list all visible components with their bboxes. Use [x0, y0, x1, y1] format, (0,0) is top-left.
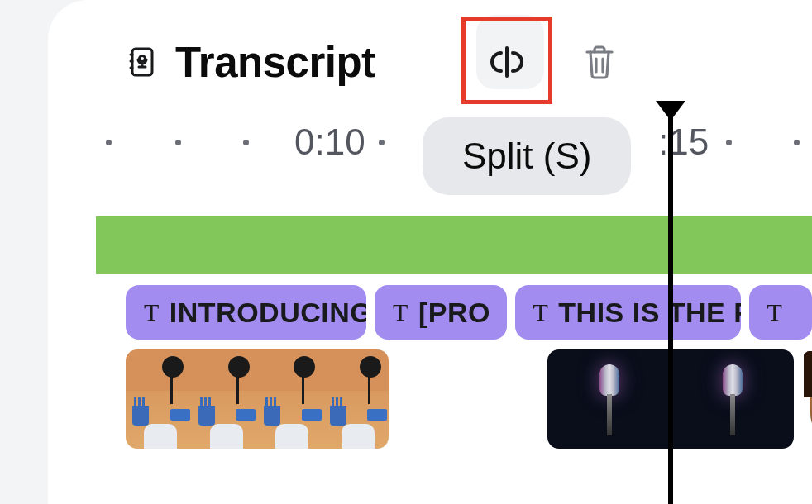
text-clip[interactable]: T [PRO [375, 285, 506, 340]
text-clip-label: [PRO [418, 297, 490, 329]
text-clip-label: INTRODUCING [170, 297, 366, 329]
ruler-label: :15 [658, 121, 709, 163]
text-type-icon: T [767, 298, 783, 326]
audio-track[interactable] [96, 216, 812, 274]
ruler-tick [726, 140, 732, 145]
delete-button[interactable] [582, 44, 617, 80]
clip-thumbnail [192, 349, 258, 449]
text-type-icon: T [393, 298, 408, 326]
trash-icon [582, 44, 617, 80]
video-clip[interactable] [126, 349, 389, 449]
text-type-icon: T [533, 298, 549, 326]
video-clip[interactable] [397, 349, 539, 449]
video-track [96, 349, 812, 449]
clip-thumbnail [671, 349, 794, 449]
text-clip[interactable]: T THIS IS THE F [515, 285, 741, 340]
panel-title: Transcript [175, 38, 375, 87]
playhead[interactable] [668, 102, 673, 504]
ruler-tick [794, 140, 800, 145]
timeline-panel: Transcript Split [48, 0, 812, 504]
svg-point-0 [140, 56, 146, 62]
ruler-tick [106, 140, 112, 145]
clip-thumbnail [323, 349, 389, 449]
text-clip[interactable]: T [749, 285, 812, 340]
text-clip[interactable]: T INTRODUCING [126, 285, 366, 340]
ruler-tick [175, 140, 181, 145]
text-clip-label: THIS IS THE F [558, 297, 740, 329]
clip-thumbnail [547, 349, 671, 449]
panel-header: Transcript [48, 25, 812, 99]
ruler-tick [243, 140, 249, 145]
ruler-tick [379, 140, 385, 145]
split-icon [485, 40, 529, 84]
text-type-icon: T [144, 298, 160, 326]
ruler-label: 0:10 [294, 121, 365, 163]
clip-thumbnail [126, 349, 192, 449]
clip-thumbnail [257, 349, 323, 449]
split-tooltip: Split (S) [423, 117, 631, 195]
split-button[interactable] [466, 25, 547, 99]
video-clip[interactable] [802, 349, 812, 449]
text-track: T INTRODUCING T [PRO T THIS IS THE F T [96, 285, 812, 340]
transcript-icon [126, 45, 160, 79]
